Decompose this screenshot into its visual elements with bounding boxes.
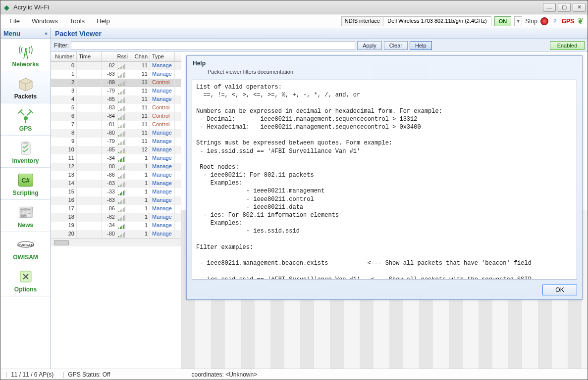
table-row[interactable]: 5-8311Control [51,104,181,112]
table-row[interactable]: 7-8111Control [51,121,181,129]
interface-label: NDIS interface [342,17,384,26]
sidebar: Menu « Networks Packets [0,28,51,369]
tools-icon [16,268,36,285]
sidebar-item-news[interactable]: 📰 News [0,200,51,232]
sidebar-title: Menu [3,30,20,37]
maximize-button[interactable]: ▢ [558,3,571,12]
menu-tools[interactable]: Tools [65,15,90,27]
table-row[interactable]: 17-861Manage [51,205,181,213]
menu-help[interactable]: Help [92,15,115,27]
table-row[interactable]: 15-331Manage [51,188,181,196]
apply-button[interactable]: Apply [357,41,382,50]
col-chan[interactable]: Chan [130,52,150,61]
enabled-button[interactable]: Enabled [550,41,585,50]
table-row[interactable]: 10-8512Manage [51,146,181,154]
clear-button[interactable]: Clear [384,41,408,50]
svg-rect-3 [23,142,28,144]
col-rssi[interactable]: Rssi [102,52,130,61]
packet-grid: Number Time Rssi Chan Type 0-8211Manage1… [51,52,181,369]
titlebar: ◆ Acrylic Wi-Fi — ▢ ✕ [0,0,588,14]
stop-label: Stop [525,18,537,25]
sidebar-item-label: Inventory [12,157,39,164]
stop-button[interactable] [540,17,548,25]
table-row[interactable]: 3-7911Manage [51,87,181,95]
app-icon: ◆ [2,3,10,11]
table-row[interactable]: 20-801Manage [51,230,181,238]
csharp-icon: C# [16,172,36,189]
window-title: Acrylic Wi-Fi [13,3,49,11]
status-gps: GPS Status: Off [68,371,110,378]
table-row[interactable]: 6-8411Control [51,112,181,121]
newspaper-icon: 📰 [16,204,36,221]
count-badge: 2 [551,18,559,25]
filter-input[interactable] [71,41,355,50]
antenna-icon [16,43,36,60]
sidebar-item-label: Scripting [12,190,38,196]
svg-point-0 [25,48,27,50]
sidebar-item-label: Networks [12,61,39,68]
table-row[interactable]: 19-341Manage [51,222,181,230]
on-dropdown-icon[interactable]: ▼ [514,16,522,26]
sidebar-header[interactable]: Menu « [0,28,51,39]
interface-value: Dell Wireless 1703 802.11b/g/n (2.4GHz) [383,17,491,26]
ok-button[interactable]: OK [542,285,577,295]
menubar: File Windows Tools Help NDIS interface D… [0,14,588,28]
content-title: Packet Viewer [51,28,588,39]
close-button[interactable]: ✕ [573,3,586,12]
sidebar-item-label: GPS [19,125,32,132]
table-row[interactable]: 12-801Manage [51,163,181,171]
sidebar-item-inventory[interactable]: Inventory [0,136,51,168]
help-title: Help [193,60,576,67]
minimize-button[interactable]: — [543,3,556,12]
status-coords: coordinates: <Unknown> [191,371,257,378]
filter-bar: Filter: Apply Clear Help Enabled [51,39,588,52]
help-subtitle: Packet viewer filters documentation. [193,67,576,75]
table-row[interactable]: 13-861Manage [51,171,181,180]
interface-selector[interactable]: NDIS interface Dell Wireless 1703 802.11… [341,16,491,26]
help-button[interactable]: Help [410,41,432,50]
table-row[interactable]: 4-8511Manage [51,95,181,104]
filter-label: Filter: [54,42,69,49]
table-row[interactable]: 14-831Manage [51,180,181,188]
table-row[interactable]: 18-821Manage [51,213,181,222]
col-number[interactable]: Number [51,52,77,61]
svg-text:OWISAM: OWISAM [17,243,34,247]
menu-file[interactable]: File [4,15,25,27]
satellite-icon [16,107,36,124]
svg-point-1 [24,116,28,120]
statusbar: | 11 / 11 / 6 AP(s) | GPS Status: Off co… [0,369,588,380]
sidebar-item-networks[interactable]: Networks [0,39,51,71]
box-icon [16,75,36,92]
sidebar-item-label: Packets [14,93,37,100]
status-ap: 11 / 11 / 6 AP(s) [11,371,53,378]
help-panel: Help Packet viewer filters documentation… [186,55,583,300]
sidebar-item-label: OWISAM [13,254,38,261]
owisam-icon: OWISAM [16,236,36,253]
table-row[interactable]: 8-8011Manage [51,129,181,138]
table-row[interactable]: 16-831Manage [51,196,181,205]
gps-indicator: GPS [562,18,574,25]
table-row[interactable]: 11-341Manage [51,154,181,163]
grid-header: Number Time Rssi Chan Type [51,52,181,62]
sidebar-item-options[interactable]: Options [0,264,51,296]
svg-rect-2 [21,142,30,154]
sidebar-item-label: News [18,222,33,229]
help-body[interactable]: List of valid operators: ==, !=, <, >, <… [192,80,577,280]
sidebar-item-scripting[interactable]: C# Scripting [0,168,51,200]
chevron-left-icon: « [45,31,48,36]
table-row[interactable]: 0-8211Manage [51,62,181,70]
table-row[interactable]: 9-7911Manage [51,138,181,146]
on-toggle[interactable]: ON [494,16,512,26]
col-time[interactable]: Time [77,52,102,61]
sidebar-item-gps[interactable]: GPS [0,103,51,136]
menu-windows[interactable]: Windows [27,15,63,27]
col-type[interactable]: Type [150,52,175,61]
table-row[interactable]: 2-8911Control [51,79,181,87]
clipboard-icon [16,140,36,156]
sidebar-item-owisam[interactable]: OWISAM OWISAM [0,232,51,264]
sidebar-item-packets[interactable]: Packets [0,71,51,103]
sidebar-item-label: Options [14,286,37,293]
grid-horizontal-scrollbar[interactable] [51,238,181,246]
shield-icon[interactable]: ❦ [577,16,584,26]
table-row[interactable]: 1-8311Manage [51,70,181,79]
